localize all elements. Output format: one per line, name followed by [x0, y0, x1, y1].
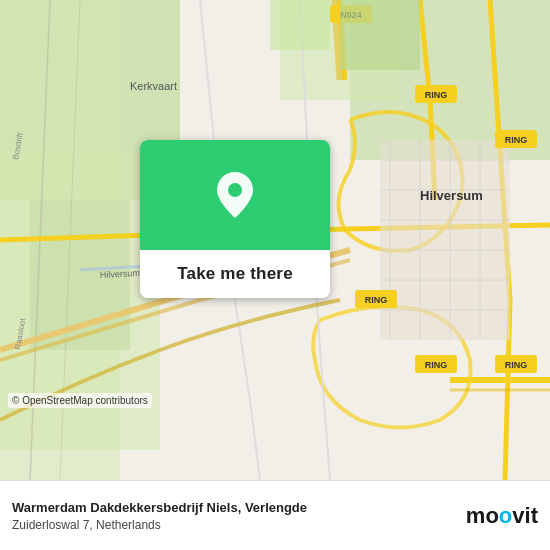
map-attribution: © OpenStreetMap contributors — [8, 393, 152, 408]
moovit-logo: moovit — [466, 503, 538, 529]
take-me-there-card: Take me there — [140, 140, 330, 298]
map-container: RING RING RING RING RING N524 Kerkvaart … — [0, 0, 550, 480]
svg-rect-38 — [270, 0, 330, 50]
info-bar: Warmerdam Dakdekkersbedrijf Niels, Verle… — [0, 480, 550, 550]
moovit-dot: o — [499, 503, 512, 528]
svg-text:RING: RING — [505, 360, 528, 370]
address-line2: Zuiderloswal 7, Netherlands — [12, 518, 456, 532]
green-banner — [140, 140, 330, 250]
svg-point-39 — [228, 183, 242, 197]
take-me-there-button[interactable]: Take me there — [140, 250, 330, 298]
address-line1: Warmerdam Dakdekkersbedrijf Niels, Verle… — [12, 499, 456, 517]
svg-text:RING: RING — [365, 295, 388, 305]
svg-text:RING: RING — [425, 90, 448, 100]
svg-text:Hilversum: Hilversum — [420, 188, 483, 203]
moovit-logo-text: moovit — [466, 503, 538, 529]
svg-text:RING: RING — [425, 360, 448, 370]
location-pin-icon — [215, 170, 255, 220]
address-block: Warmerdam Dakdekkersbedrijf Niels, Verle… — [12, 499, 456, 531]
svg-text:RING: RING — [505, 135, 528, 145]
svg-rect-37 — [340, 0, 420, 70]
svg-text:Kerkvaart: Kerkvaart — [130, 80, 177, 92]
